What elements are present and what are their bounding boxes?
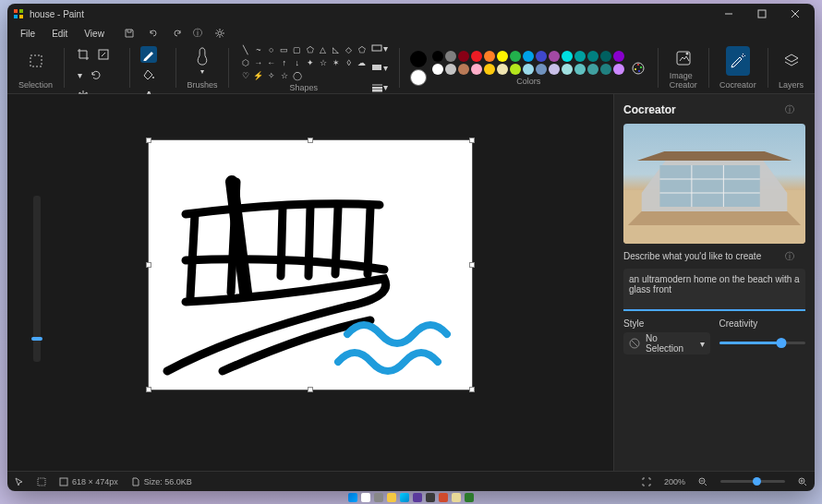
color-swatch[interactable] bbox=[458, 51, 469, 62]
shape-rect[interactable]: ▭ bbox=[279, 44, 290, 55]
info-icon[interactable]: ⓘ bbox=[785, 250, 794, 263]
shape-callout[interactable]: ◊ bbox=[344, 57, 355, 68]
app-icon-2[interactable] bbox=[426, 493, 435, 502]
color-swatch[interactable] bbox=[445, 51, 456, 62]
shape-pent[interactable]: ⬠ bbox=[357, 44, 368, 55]
shape-heart[interactable]: ♡ bbox=[240, 70, 251, 81]
shape-poly[interactable]: ⬠ bbox=[305, 44, 316, 55]
shape-more3[interactable]: ◯ bbox=[292, 70, 303, 81]
shape-roundrect[interactable]: ▢ bbox=[292, 44, 303, 55]
secondary-color[interactable] bbox=[410, 69, 427, 86]
color-swatch[interactable] bbox=[458, 64, 469, 75]
redo-icon[interactable] bbox=[169, 25, 186, 42]
prompt-input[interactable] bbox=[623, 269, 805, 311]
shape-star4[interactable]: ✦ bbox=[305, 57, 316, 68]
menu-view[interactable]: View bbox=[77, 27, 112, 41]
shape-line[interactable]: ╲ bbox=[240, 44, 251, 55]
color-swatch[interactable] bbox=[549, 64, 560, 75]
shape-star5[interactable]: ☆ bbox=[318, 57, 329, 68]
color-swatch[interactable] bbox=[484, 64, 495, 75]
color-swatch[interactable] bbox=[549, 51, 560, 62]
menu-edit[interactable]: Edit bbox=[44, 27, 75, 41]
color-swatch[interactable] bbox=[587, 64, 598, 75]
color-swatch[interactable] bbox=[510, 64, 521, 75]
close-button[interactable] bbox=[781, 5, 809, 23]
shape-tri[interactable]: △ bbox=[318, 44, 329, 55]
color-swatch[interactable] bbox=[484, 51, 495, 62]
save-icon[interactable] bbox=[121, 25, 138, 42]
settings-button[interactable] bbox=[212, 25, 228, 42]
layers-button[interactable] bbox=[780, 46, 804, 76]
pencil-tool[interactable] bbox=[140, 46, 157, 63]
canvas[interactable] bbox=[149, 140, 472, 390]
outline-dropdown[interactable]: ▾ bbox=[371, 41, 388, 57]
shape-more1[interactable]: ✧ bbox=[266, 70, 277, 81]
crop-icon[interactable] bbox=[75, 46, 91, 63]
color-swatch[interactable] bbox=[600, 51, 611, 62]
shape-curve[interactable]: ~ bbox=[253, 44, 264, 55]
taskview-icon[interactable] bbox=[374, 493, 383, 502]
app-icon-4[interactable] bbox=[465, 493, 474, 502]
color-swatch[interactable] bbox=[562, 64, 573, 75]
fill-dropdown[interactable]: ▾ bbox=[371, 60, 388, 77]
color-swatch[interactable] bbox=[587, 51, 598, 62]
shape-hex[interactable]: ⬡ bbox=[240, 57, 251, 68]
edge-icon[interactable] bbox=[400, 493, 409, 502]
primary-color[interactable] bbox=[410, 51, 427, 67]
width-dropdown[interactable]: ▾ bbox=[371, 79, 388, 96]
rotate-icon[interactable] bbox=[88, 66, 104, 83]
shape-darrow[interactable]: ↓ bbox=[292, 57, 303, 68]
color-swatch[interactable] bbox=[497, 51, 508, 62]
color-swatch[interactable] bbox=[574, 51, 586, 62]
edit-colors-icon[interactable] bbox=[630, 60, 647, 77]
zoom-out-icon[interactable] bbox=[698, 477, 707, 486]
menu-file[interactable]: File bbox=[13, 27, 42, 41]
shape-cloud[interactable]: ☁ bbox=[357, 57, 368, 68]
info-icon[interactable]: ⓘ bbox=[785, 103, 794, 116]
chevron-down-icon[interactable]: ▾ bbox=[75, 66, 84, 83]
maximize-button[interactable] bbox=[748, 5, 776, 23]
shape-rtri[interactable]: ◺ bbox=[331, 44, 342, 55]
color-swatch[interactable] bbox=[523, 64, 534, 75]
style-select[interactable]: No Selection ▾ bbox=[623, 332, 710, 354]
app-icon-3[interactable] bbox=[439, 493, 448, 502]
shape-uarrow[interactable]: ↑ bbox=[279, 57, 290, 68]
zoom-in-icon[interactable] bbox=[798, 477, 807, 486]
fill-tool[interactable] bbox=[140, 66, 157, 83]
color-swatch[interactable] bbox=[497, 64, 508, 75]
color-swatch[interactable] bbox=[523, 51, 534, 62]
color-swatch[interactable] bbox=[574, 64, 586, 75]
color-swatch[interactable] bbox=[471, 51, 482, 62]
image-creator-button[interactable] bbox=[671, 46, 695, 69]
color-swatch[interactable] bbox=[613, 51, 624, 62]
vertical-slider[interactable] bbox=[33, 196, 41, 362]
shape-rarrow[interactable]: → bbox=[253, 57, 264, 68]
color-swatch[interactable] bbox=[600, 64, 611, 75]
paint-icon[interactable] bbox=[452, 493, 461, 502]
color-swatch[interactable] bbox=[445, 64, 456, 75]
start-icon[interactable] bbox=[348, 493, 357, 502]
shapes-grid[interactable]: ╲~○▭▢⬠△◺◇⬠ ⬡→←↑↓✦☆✶◊☁ ♡⚡✧☆◯ bbox=[240, 44, 368, 81]
creativity-slider[interactable] bbox=[719, 342, 806, 344]
app-icon-1[interactable] bbox=[413, 493, 422, 502]
select-tool[interactable] bbox=[24, 46, 48, 76]
color-swatch[interactable] bbox=[471, 64, 482, 75]
search-icon[interactable] bbox=[361, 493, 370, 502]
zoom-slider[interactable] bbox=[720, 480, 785, 483]
cocreator-button[interactable] bbox=[726, 46, 750, 76]
explorer-icon[interactable] bbox=[387, 493, 396, 502]
shape-diamond[interactable]: ◇ bbox=[344, 44, 355, 55]
color-swatch[interactable] bbox=[432, 64, 443, 75]
fit-screen-icon[interactable] bbox=[642, 477, 651, 486]
brush-tool[interactable]: ▾ bbox=[190, 46, 214, 76]
color-swatch[interactable] bbox=[510, 51, 521, 62]
shape-larrow[interactable]: ← bbox=[266, 57, 277, 68]
shape-more2[interactable]: ☆ bbox=[279, 70, 290, 81]
minimize-button[interactable] bbox=[715, 5, 743, 23]
undo-icon[interactable] bbox=[145, 25, 162, 42]
color-swatch[interactable] bbox=[536, 51, 547, 62]
cocreator-preview[interactable] bbox=[623, 124, 805, 244]
color-swatch[interactable] bbox=[613, 64, 624, 75]
shape-oval[interactable]: ○ bbox=[266, 44, 277, 55]
shape-star6[interactable]: ✶ bbox=[331, 57, 342, 68]
